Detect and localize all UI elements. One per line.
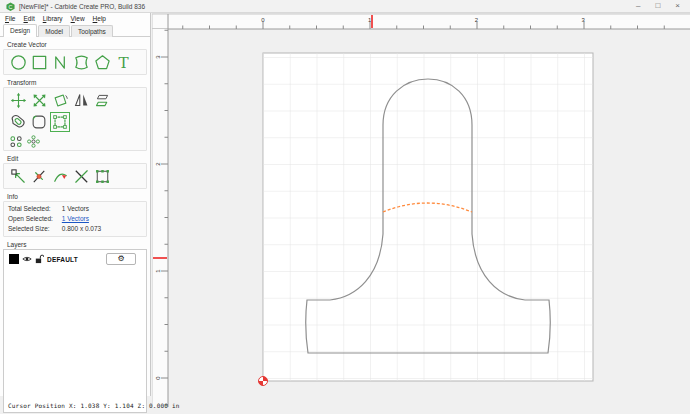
polyline-tool[interactable] [50, 52, 70, 72]
orient-vector-icon [51, 167, 70, 186]
trim-vectors-tool[interactable] [71, 166, 91, 186]
transform-title: Transform [7, 79, 150, 86]
rotate-icon [52, 92, 69, 109]
edit-group [3, 163, 147, 189]
orient-vector-tool[interactable] [50, 166, 70, 186]
info-total-row: Total Selected: 1 Vectors [8, 204, 142, 214]
layer-color-swatch[interactable] [9, 254, 19, 264]
layer-settings-button[interactable]: ⚙ [106, 253, 136, 265]
left-panel: File Edit Library View Help Design Model… [0, 13, 151, 396]
trim-icon [51, 113, 69, 131]
origin-marker-icon [259, 377, 268, 386]
mirror-tool[interactable] [71, 90, 91, 110]
window-title: [NewFile]* - Carbide Create PRO, Build 8… [19, 3, 145, 10]
menu-file[interactable]: File [5, 15, 16, 22]
trim-vectors-icon [72, 167, 91, 186]
transform-group [3, 87, 147, 151]
offset-tool[interactable] [8, 112, 28, 132]
curve-tool[interactable] [71, 52, 91, 72]
total-selected-label: Total Selected: [8, 204, 60, 214]
info-open-row: Open Selected: 1 Vectors [8, 214, 142, 224]
cursor-position-text: Cursor Position X: 1.038 Y: 1.104 Z: 0.0… [8, 402, 180, 409]
node-edit-icon [9, 167, 28, 186]
open-selected-link[interactable]: 1 Vectors [62, 215, 89, 222]
scale-icon [31, 92, 48, 109]
node-edit-tool[interactable] [8, 166, 28, 186]
scale-tool[interactable] [29, 90, 49, 110]
maximize-button[interactable]: □ [655, 0, 660, 12]
status-bar: Cursor Position X: 1.038 Y: 1.104 Z: 0.0… [8, 402, 180, 409]
linear-array-tool[interactable] [8, 134, 24, 148]
main-tabs: Design Model Toolpaths [0, 23, 150, 37]
menu-help[interactable]: Help [93, 15, 106, 22]
split-vector-tool[interactable] [29, 166, 49, 186]
trim-tool[interactable] [50, 112, 70, 132]
rectangle-icon [30, 53, 49, 72]
shear-tool[interactable] [92, 90, 112, 110]
boolean-tool[interactable] [92, 166, 112, 186]
app-logo-icon: C [6, 2, 15, 11]
create-vector-title: Create Vector [7, 41, 150, 48]
circle-tool[interactable] [8, 52, 28, 72]
layers-title: Layers [7, 241, 150, 248]
circle-icon [9, 53, 28, 72]
menu-edit[interactable]: Edit [24, 15, 35, 22]
selected-size-value: 0.800 x 0.073 [62, 225, 101, 232]
menu-view[interactable]: View [71, 15, 85, 22]
eye-icon[interactable] [22, 255, 32, 263]
tab-toolpaths[interactable]: Toolpaths [71, 25, 113, 37]
layers-list: DEFAULT ⚙ [3, 249, 147, 413]
polyline-icon [51, 53, 70, 72]
offset-icon [9, 113, 27, 131]
selected-size-label: Selected Size: [8, 224, 60, 234]
svg-text:T: T [118, 53, 128, 71]
split-vector-icon [30, 167, 49, 186]
polygon-icon [93, 53, 112, 72]
boolean-icon [93, 167, 112, 186]
horizontal-ruler: 0 1 2 3 [152, 14, 690, 29]
circular-array-icon [26, 135, 41, 148]
shear-icon [94, 92, 111, 109]
menu-bar: File Edit Library View Help [0, 13, 150, 23]
edit-title: Edit [7, 155, 150, 162]
polygon-tool[interactable] [92, 52, 112, 72]
create-vector-group: T [3, 49, 147, 75]
total-selected-value: 1 Vectors [62, 205, 89, 212]
linear-array-icon [9, 135, 24, 148]
layer-row[interactable]: DEFAULT ⚙ [4, 250, 146, 265]
work-area-grid [263, 53, 593, 381]
unlock-icon[interactable] [35, 254, 44, 264]
fillet-tool[interactable] [29, 112, 49, 132]
open-selected-label: Open Selected: [8, 214, 60, 224]
minimize-button[interactable]: – [636, 0, 640, 12]
svg-text:C: C [9, 3, 13, 9]
rectangle-tool[interactable] [29, 52, 49, 72]
info-title: Info [7, 193, 150, 200]
curve-icon [72, 53, 91, 72]
close-button[interactable]: × [675, 0, 680, 12]
gear-icon: ⚙ [117, 254, 124, 263]
tab-model[interactable]: Model [38, 25, 70, 37]
text-tool[interactable]: T [113, 52, 133, 72]
info-size-row: Selected Size: 0.800 x 0.073 [8, 224, 142, 234]
mirror-icon [73, 92, 90, 109]
vertical-ruler: 0 1 2 3 [152, 14, 168, 407]
text-icon: T [114, 53, 133, 72]
info-group: Total Selected: 1 Vectors Open Selected:… [3, 201, 147, 237]
tab-design[interactable]: Design [3, 24, 37, 37]
fillet-icon [30, 113, 48, 131]
rotate-tool[interactable] [50, 90, 70, 110]
layer-name: DEFAULT [47, 256, 78, 263]
circular-array-tool[interactable] [25, 134, 41, 148]
design-canvas[interactable]: 0 1 2 3 0 1 2 3 [152, 13, 690, 407]
move-icon [10, 92, 27, 109]
move-tool[interactable] [8, 90, 28, 110]
title-bar: C [NewFile]* - Carbide Create PRO, Build… [0, 0, 690, 13]
menu-library[interactable]: Library [43, 15, 63, 22]
